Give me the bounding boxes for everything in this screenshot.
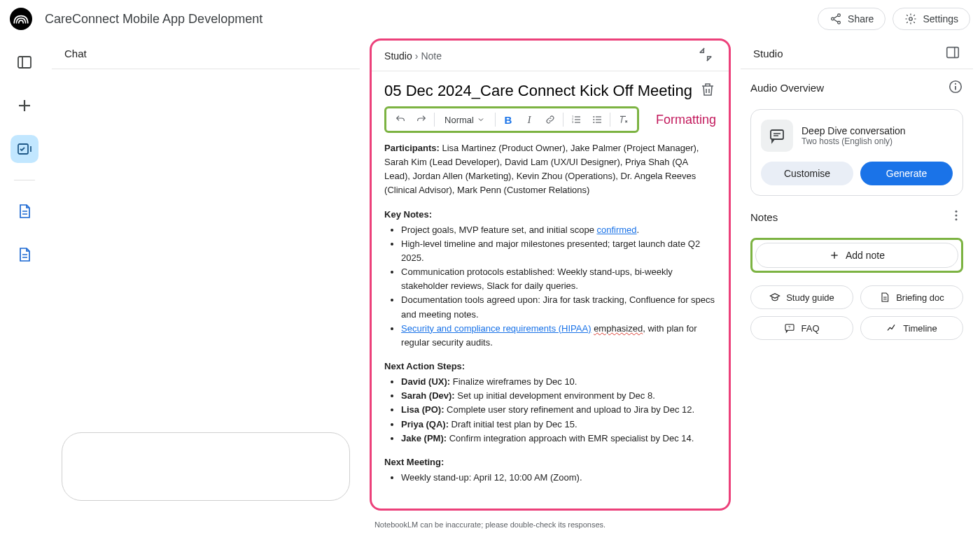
audio-overview-title: Audio Overview <box>750 82 824 94</box>
svg-text:3: 3 <box>572 120 574 124</box>
svg-point-25 <box>593 116 594 118</box>
graduation-cap-icon <box>769 292 780 303</box>
share-button[interactable]: Share <box>818 8 886 30</box>
svg-point-38 <box>955 218 958 220</box>
trash-icon <box>699 81 716 98</box>
note-title[interactable]: 05 Dec 2024_Care Connect Kick Off Meetin… <box>384 82 699 100</box>
svg-point-1 <box>832 17 834 20</box>
svg-line-4 <box>834 20 837 22</box>
info-button[interactable] <box>948 79 963 97</box>
redo-button[interactable] <box>413 111 430 128</box>
breadcrumb: Studio › Note <box>384 50 442 62</box>
add-source-button[interactable] <box>10 92 38 120</box>
breadcrumb-studio[interactable]: Studio <box>384 50 412 62</box>
svg-rect-28 <box>947 47 959 57</box>
share-icon <box>830 13 842 25</box>
note-editor[interactable]: Participants: Lisa Martinez (Product Own… <box>372 140 729 509</box>
svg-point-2 <box>838 21 841 24</box>
style-select[interactable]: Normal <box>439 115 491 125</box>
timeline-icon <box>886 322 897 334</box>
delete-button[interactable] <box>699 81 716 101</box>
toggle-studio-panel[interactable] <box>945 45 960 63</box>
svg-point-32 <box>955 83 956 85</box>
undo-button[interactable] <box>392 111 409 128</box>
customise-button[interactable]: Customise <box>761 162 853 185</box>
deep-dive-title: Deep Dive conversation <box>802 125 953 136</box>
source-item-1[interactable] <box>10 197 38 225</box>
gear-icon <box>904 13 917 25</box>
document-icon <box>879 292 890 303</box>
svg-point-27 <box>593 122 594 123</box>
source-item-2[interactable] <box>10 241 38 269</box>
svg-rect-33 <box>771 130 783 139</box>
svg-text:?: ? <box>788 325 791 329</box>
chat-input[interactable] <box>62 432 350 501</box>
chat-bubble-icon <box>761 120 793 152</box>
plus-icon <box>829 250 840 261</box>
chevron-down-icon <box>477 115 485 124</box>
svg-rect-6 <box>18 57 31 68</box>
confirmed-link[interactable]: confirmed <box>596 225 636 235</box>
numbered-list-button[interactable]: 123 <box>568 111 584 128</box>
generate-button[interactable]: Generate <box>860 162 953 185</box>
deep-dive-subtitle: Two hosts (English only) <box>802 136 953 146</box>
bold-button[interactable]: B <box>500 111 517 128</box>
svg-point-0 <box>838 14 841 17</box>
svg-point-37 <box>955 215 958 217</box>
timeline-button[interactable]: Timeline <box>860 316 963 340</box>
add-note-button[interactable]: Add note <box>755 243 958 268</box>
disclaimer: NotebookLM can be inaccurate; please dou… <box>0 518 980 533</box>
rail-divider <box>14 180 35 180</box>
clear-formatting-button[interactable] <box>615 111 631 128</box>
formatting-toolbar: Normal B I 123 <box>384 106 639 133</box>
svg-point-26 <box>593 119 594 120</box>
svg-point-5 <box>909 17 913 21</box>
discover-sources-button[interactable] <box>10 135 38 163</box>
formatting-label: Formatting <box>656 113 716 127</box>
study-guide-button[interactable]: Study guide <box>750 285 853 309</box>
hipaa-link[interactable]: Security and compliance requirements (HI… <box>401 323 591 334</box>
studio-title: Studio <box>753 48 783 59</box>
briefing-doc-button[interactable]: Briefing doc <box>860 285 963 309</box>
app-title: CareConnect Mobile App Development <box>45 12 818 27</box>
svg-point-36 <box>955 211 958 213</box>
app-logo <box>10 8 32 30</box>
chevron-right-icon: › <box>415 50 419 62</box>
italic-button[interactable]: I <box>521 111 538 128</box>
sources-panel-toggle[interactable] <box>10 48 38 76</box>
svg-line-3 <box>834 16 837 18</box>
settings-button[interactable]: Settings <box>892 8 970 30</box>
faq-button[interactable]: ? FAQ <box>750 316 853 340</box>
bulleted-list-button[interactable] <box>589 111 606 128</box>
notes-more-button[interactable] <box>949 208 963 225</box>
collapse-button[interactable] <box>695 44 716 68</box>
faq-icon: ? <box>784 322 795 334</box>
breadcrumb-note: Note <box>421 50 442 62</box>
link-button[interactable] <box>542 111 559 128</box>
notes-title: Notes <box>750 211 949 223</box>
chat-title: Chat <box>64 48 87 59</box>
